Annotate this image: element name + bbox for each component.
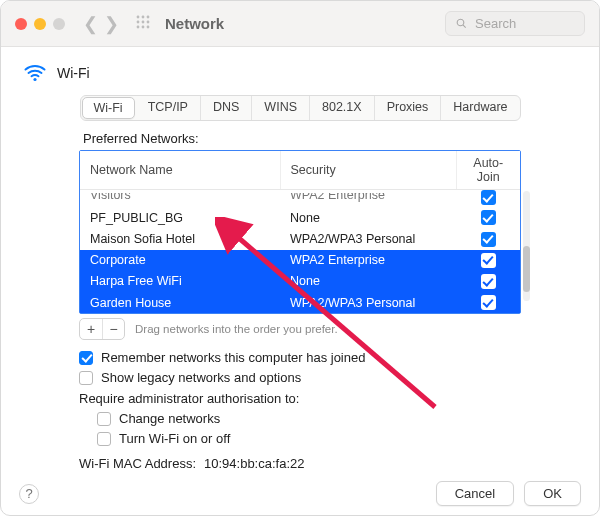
table-row[interactable]: Harpa Free WiFiNone (80, 271, 520, 292)
window-controls (15, 18, 65, 30)
tab-dns[interactable]: DNS (201, 96, 252, 120)
svg-point-9 (33, 78, 36, 81)
cell-auto-join (456, 292, 520, 313)
svg-point-7 (142, 25, 145, 28)
autojoin-checkbox[interactable] (481, 274, 496, 289)
window-title: Network (165, 15, 224, 32)
table-row[interactable]: PF_PUBLIC_BGNone (80, 207, 520, 228)
close-window-icon[interactable] (15, 18, 27, 30)
cell-network-name: Visitors (80, 190, 280, 208)
content: Wi-Fi Wi-FiTCP/IPDNSWINS802.1XProxiesHar… (1, 47, 599, 471)
interface-label: Wi-Fi (57, 65, 90, 81)
scrollbar-thumb[interactable] (523, 246, 530, 292)
svg-point-8 (147, 25, 150, 28)
autojoin-checkbox[interactable] (481, 190, 496, 205)
mac-address-label: Wi-Fi MAC Address: (79, 456, 196, 471)
cell-auto-join (456, 228, 520, 249)
nav-arrows: ❮ ❯ (81, 13, 121, 35)
svg-point-5 (147, 20, 150, 23)
cell-security: WPA2 Enterprise (280, 250, 456, 271)
svg-point-4 (142, 20, 145, 23)
cell-network-name: Garden House (80, 292, 280, 313)
svg-point-3 (137, 20, 140, 23)
table-row[interactable]: Maison Sofia HotelWPA2/WPA3 Personal (80, 228, 520, 249)
cell-auto-join (456, 271, 520, 292)
tabs: Wi-FiTCP/IPDNSWINS802.1XProxiesHardware (80, 95, 521, 121)
ok-button[interactable]: OK (524, 481, 581, 506)
autojoin-checkbox[interactable] (481, 295, 496, 310)
cell-network-name: Corporate (80, 250, 280, 271)
table-row[interactable]: CorporateWPA2 Enterprise (80, 250, 520, 271)
search-field[interactable] (445, 11, 585, 36)
turn-wifi-checkbox[interactable] (97, 432, 111, 446)
system-prefs-window: ❮ ❯ Network Wi-Fi Wi-FiTCP/IPDNSWINS802.… (0, 0, 600, 516)
tab-802-1x[interactable]: 802.1X (310, 96, 375, 120)
svg-point-2 (147, 15, 150, 18)
remember-networks-label: Remember networks this computer has join… (101, 350, 365, 365)
preferred-networks-label: Preferred Networks: (83, 131, 521, 146)
col-security[interactable]: Security (280, 151, 456, 190)
svg-point-6 (137, 25, 140, 28)
require-admin-label: Require administrator authorisation to: (79, 391, 521, 406)
autojoin-checkbox[interactable] (481, 210, 496, 225)
change-networks-checkbox[interactable] (97, 412, 111, 426)
preferred-networks-table[interactable]: Network Name Security Auto-Join Visitors… (79, 150, 521, 314)
forward-icon: ❯ (102, 13, 121, 35)
help-button[interactable]: ? (19, 484, 39, 504)
col-network-name[interactable]: Network Name (80, 151, 280, 190)
svg-point-1 (142, 15, 145, 18)
show-legacy-checkbox[interactable] (79, 371, 93, 385)
tab-wins[interactable]: WINS (252, 96, 310, 120)
wifi-header: Wi-Fi (23, 61, 577, 85)
options: Remember networks this computer has join… (79, 350, 521, 446)
wifi-section: Preferred Networks: Network Name Securit… (23, 131, 577, 471)
tab-wi-fi[interactable]: Wi-Fi (82, 97, 135, 119)
table-row[interactable]: Garden HouseWPA2/WPA3 Personal (80, 292, 520, 313)
cell-security: WPA2 Enterprise (280, 190, 456, 208)
add-remove-bar: + − Drag networks into the order you pre… (79, 318, 521, 340)
minimize-window-icon[interactable] (34, 18, 46, 30)
show-legacy-label: Show legacy networks and options (101, 370, 301, 385)
tab-tcp-ip[interactable]: TCP/IP (136, 96, 201, 120)
remove-network-button[interactable]: − (102, 319, 124, 339)
add-network-button[interactable]: + (80, 319, 102, 339)
titlebar: ❮ ❯ Network (1, 1, 599, 47)
footer: ? Cancel OK (1, 481, 599, 506)
change-networks-row[interactable]: Change networks (97, 411, 521, 426)
turn-wifi-row[interactable]: Turn Wi-Fi on or off (97, 431, 521, 446)
cell-security: WPA2/WPA3 Personal (280, 228, 456, 249)
tab-proxies[interactable]: Proxies (375, 96, 442, 120)
add-remove-buttons: + − (79, 318, 125, 340)
autojoin-checkbox[interactable] (481, 232, 496, 247)
cell-network-name: Harpa Free WiFi (80, 271, 280, 292)
autojoin-checkbox[interactable] (481, 253, 496, 268)
cell-security: WPA2/WPA3 Personal (280, 292, 456, 313)
mac-address-row: Wi-Fi MAC Address: 10:94:bb:ca:fa:22 (79, 456, 521, 471)
show-all-icon[interactable] (135, 14, 151, 34)
turn-wifi-label: Turn Wi-Fi on or off (119, 431, 230, 446)
change-networks-label: Change networks (119, 411, 220, 426)
cancel-button[interactable]: Cancel (436, 481, 514, 506)
drag-hint: Drag networks into the order you prefer. (135, 323, 338, 335)
table-row[interactable]: VisitorsWPA2 Enterprise (80, 190, 520, 208)
tab-hardware[interactable]: Hardware (441, 96, 519, 120)
remember-networks-row[interactable]: Remember networks this computer has join… (79, 350, 521, 365)
cell-auto-join (456, 250, 520, 271)
svg-point-0 (137, 15, 140, 18)
zoom-window-icon (53, 18, 65, 30)
remember-networks-checkbox[interactable] (79, 351, 93, 365)
search-icon (456, 17, 467, 30)
col-auto-join[interactable]: Auto-Join (456, 151, 520, 190)
cell-auto-join (456, 207, 520, 228)
show-legacy-row[interactable]: Show legacy networks and options (79, 370, 521, 385)
back-icon[interactable]: ❮ (81, 13, 100, 35)
search-input[interactable] (473, 15, 574, 32)
cell-auto-join (456, 190, 520, 208)
cell-security: None (280, 207, 456, 228)
cell-network-name: PF_PUBLIC_BG (80, 207, 280, 228)
mac-address-value: 10:94:bb:ca:fa:22 (204, 456, 304, 471)
wifi-icon (23, 61, 47, 85)
cell-network-name: Maison Sofia Hotel (80, 228, 280, 249)
cell-security: None (280, 271, 456, 292)
